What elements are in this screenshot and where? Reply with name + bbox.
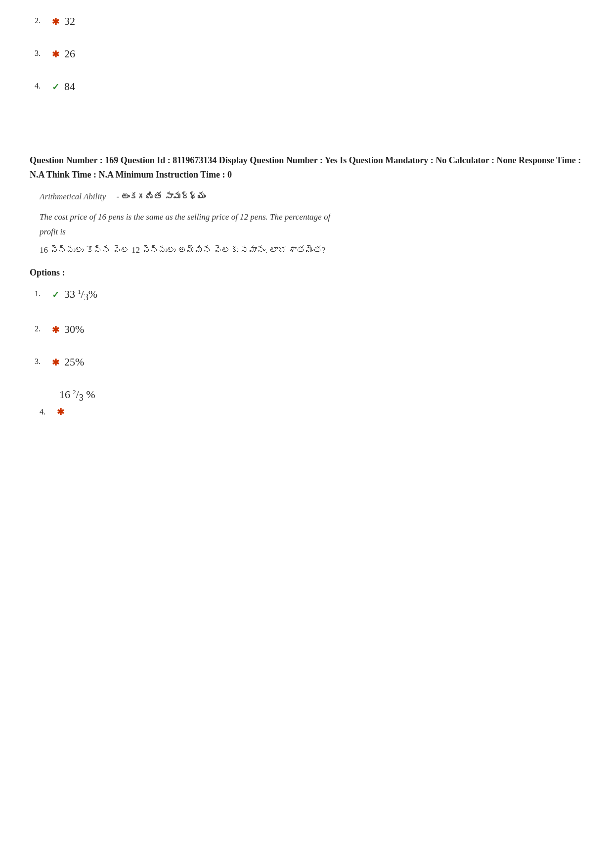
options-label: Options : bbox=[30, 268, 583, 278]
option-3-icon: ✱ bbox=[52, 357, 59, 368]
question-english-line1: The cost price of 16 pens is the same as… bbox=[40, 212, 330, 222]
subject-line: Arithmetical Ability - అంకగణిత సామర్థ్యం bbox=[30, 192, 583, 202]
question-english-line2: profit is bbox=[40, 227, 66, 236]
option-1-number: 1. bbox=[35, 289, 52, 298]
option-4-icon: ✱ bbox=[57, 407, 64, 417]
option-1-icon: ✓ bbox=[52, 289, 59, 300]
option-1: 1. ✓ 33 1/3% bbox=[30, 288, 583, 303]
option-1-text: 33 1/3% bbox=[64, 288, 97, 303]
prev-option-4-icon: ✓ bbox=[52, 82, 59, 92]
option-2-text: 30% bbox=[64, 323, 84, 336]
option-4: 16 2/3 % 4. ✱ bbox=[30, 388, 583, 417]
option-3-text: 25% bbox=[64, 356, 84, 368]
option-2-icon: ✱ bbox=[52, 324, 59, 335]
prev-option-3-text: 26 bbox=[64, 47, 75, 60]
prev-option-4: 4. ✓ 84 bbox=[30, 80, 583, 93]
question-meta: Question Number : 169 Question Id : 8119… bbox=[30, 153, 583, 182]
option-4-number: 4. bbox=[40, 408, 57, 416]
option-2-number: 2. bbox=[35, 324, 52, 333]
question-english: The cost price of 16 pens is the same as… bbox=[30, 210, 583, 240]
subject-english: Arithmetical Ability bbox=[40, 192, 106, 201]
prev-option-4-text: 84 bbox=[64, 80, 75, 93]
subject-telugu: - అంకగణిత సామర్థ్యం bbox=[117, 192, 206, 201]
prev-option-2: 2. ✱ 32 bbox=[30, 15, 583, 28]
option-3: 3. ✱ 25% bbox=[30, 356, 583, 368]
prev-option-3-number: 3. bbox=[35, 49, 52, 58]
question-telugu: 16 పెన్నులు కొన్న వెల 12 పెన్నులు అమ్మిన… bbox=[30, 243, 583, 258]
option-2: 2. ✱ 30% bbox=[30, 323, 583, 336]
prev-option-2-number: 2. bbox=[35, 16, 52, 25]
prev-option-3-icon: ✱ bbox=[52, 49, 59, 60]
prev-option-2-icon: ✱ bbox=[52, 16, 59, 27]
prev-option-3: 3. ✱ 26 bbox=[30, 47, 583, 60]
option-3-number: 3. bbox=[35, 357, 52, 366]
prev-option-4-number: 4. bbox=[35, 82, 52, 91]
option-4-text: 16 2/3 % bbox=[35, 388, 95, 403]
prev-option-2-text: 32 bbox=[64, 15, 75, 28]
